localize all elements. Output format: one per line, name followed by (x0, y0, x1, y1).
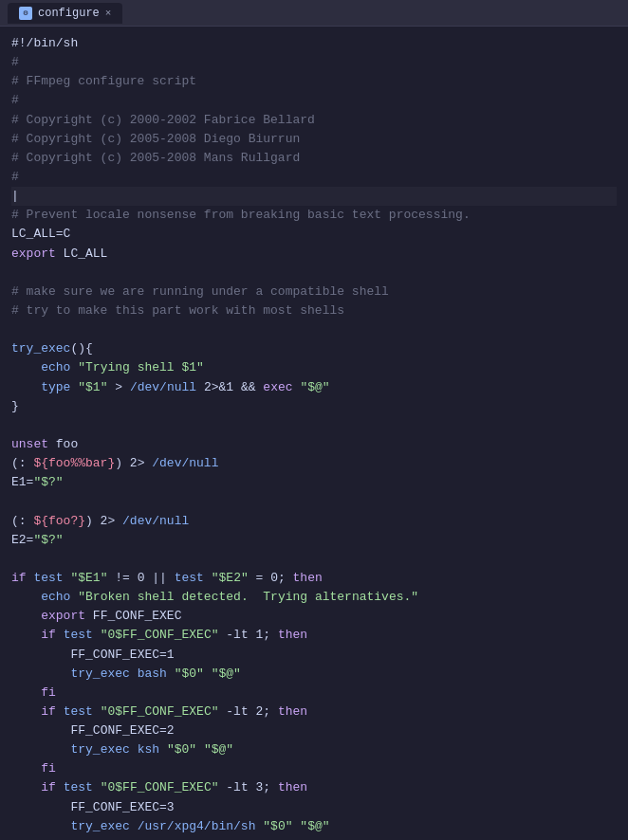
code-line: # Copyright (c) 2005-2008 Mans Rullgard (11, 149, 617, 168)
code-line: unset foo (11, 435, 617, 454)
code-line: FF_CONF_EXEC=2 (11, 721, 617, 740)
code-line: echo "Trying shell $1" (11, 358, 617, 377)
code-line: # Copyright (c) 2000-2002 Fabrice Bellar… (11, 111, 617, 130)
code-line: fi (11, 684, 617, 703)
code-line: # FFmpeg configure script (11, 72, 617, 91)
code-line: if test "0$FF_CONF_EXEC" -lt 1; then (11, 626, 617, 645)
code-line: # try to make this part work with most s… (11, 301, 617, 320)
tab-close-icon[interactable]: × (105, 8, 112, 19)
code-line: try_exec(){ (11, 339, 617, 358)
code-line: E2="$?" (11, 531, 617, 550)
code-line: # (11, 53, 617, 72)
code-line: fi (11, 836, 617, 840)
code-line: fi (11, 759, 617, 778)
code-line: # Prevent locale nonsense from breaking … (11, 206, 617, 225)
code-line: # (11, 91, 617, 110)
code-line: FF_CONF_EXEC=3 (11, 798, 617, 817)
code-line: # Copyright (c) 2005-2008 Diego Biurrun (11, 130, 617, 149)
code-line: try_exec /usr/xpg4/bin/sh "$0" "$@" (11, 817, 617, 836)
code-line: #!/bin/sh (11, 34, 617, 53)
code-line: export LC_ALL (11, 245, 617, 264)
tab-title: configure (38, 7, 100, 20)
tab-icon: ⚙ (19, 7, 32, 20)
code-line: (: ${foo%%bar}) 2> /dev/null (11, 454, 617, 473)
code-line: FF_CONF_EXEC=1 (11, 646, 617, 665)
code-line (11, 550, 617, 569)
code-line: E1="$?" (11, 473, 617, 492)
title-bar: ⚙ configure × (0, 0, 628, 27)
code-line: try_exec bash "$0" "$@" (11, 665, 617, 684)
code-line: echo "Broken shell detected. Trying alte… (11, 588, 617, 607)
code-line (11, 416, 617, 435)
code-line: | (11, 187, 617, 206)
code-line: if test "$E1" != 0 || test "$E2" = 0; th… (11, 569, 617, 588)
code-line: (: ${foo?}) 2> /dev/null (11, 512, 617, 531)
code-line (11, 492, 617, 511)
code-line: export FF_CONF_EXEC (11, 607, 617, 626)
code-line: if test "0$FF_CONF_EXEC" -lt 2; then (11, 703, 617, 721)
code-line: } (11, 397, 617, 416)
code-editor: #!/bin/sh # # FFmpeg configure script # … (0, 27, 628, 840)
code-line: if test "0$FF_CONF_EXEC" -lt 3; then (11, 778, 617, 797)
code-line (11, 264, 617, 283)
code-line (11, 320, 617, 339)
code-line: type "$1" > /dev/null 2>&1 && exec "$@" (11, 378, 617, 397)
code-line: # (11, 168, 617, 187)
code-line: LC_ALL=C (11, 225, 617, 244)
tab[interactable]: ⚙ configure × (8, 3, 122, 24)
code-line: # make sure we are running under a compa… (11, 283, 617, 301)
code-line: try_exec ksh "$0" "$@" (11, 740, 617, 759)
